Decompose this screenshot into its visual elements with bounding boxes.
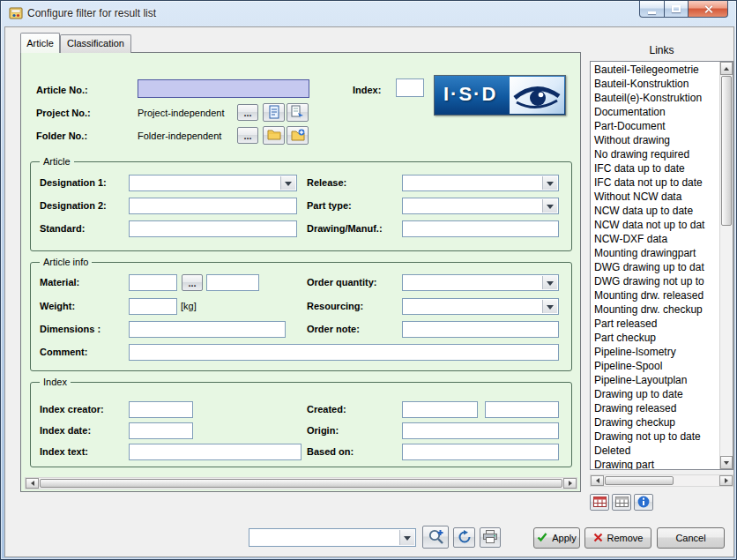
list-item[interactable]: Pipeline-Layoutplan <box>592 373 718 387</box>
tab-classification[interactable]: Classification <box>60 34 131 53</box>
list-item[interactable]: Pipeline-Isometry <box>592 345 718 359</box>
folder-select-button[interactable] <box>287 126 309 145</box>
list-item[interactable]: Part checkup <box>592 331 718 345</box>
project-info-button[interactable] <box>263 103 285 122</box>
window-title: Configure filter for result list <box>27 1 156 26</box>
apply-button[interactable]: Apply <box>533 527 580 549</box>
list-item[interactable]: Pipeline-Spool <box>592 359 718 373</box>
scroll-left-button[interactable] <box>591 475 604 486</box>
material-browse-button[interactable]: ... <box>182 274 203 291</box>
list-item[interactable]: DWG drawing not up to <box>592 274 718 288</box>
list-item[interactable]: NCW data up to date <box>592 204 718 218</box>
scroll-left-button[interactable] <box>26 478 39 489</box>
tab-article[interactable]: Article <box>20 33 60 53</box>
remove-button[interactable]: Remove <box>584 527 651 549</box>
list-item[interactable]: NCW data not up to dat <box>592 218 718 232</box>
project-no-value: Project-independent <box>138 108 224 118</box>
index-creator-input[interactable] <box>129 401 193 418</box>
index-text-input[interactable] <box>129 444 302 460</box>
info-button[interactable] <box>634 494 653 511</box>
list-item[interactable]: Mounting drw. released <box>592 288 718 302</box>
cancel-button-label: Cancel <box>675 533 705 543</box>
minimize-button[interactable] <box>639 1 665 18</box>
project-browse-button[interactable]: ... <box>237 104 258 121</box>
order-note-input[interactable] <box>402 321 559 338</box>
titlebar[interactable]: Configure filter for result list <box>1 1 736 26</box>
search-filter-button[interactable] <box>422 526 449 549</box>
list-item[interactable]: Part released <box>592 317 718 331</box>
main-horizontal-scrollbar[interactable] <box>25 477 577 489</box>
based-on-input[interactable] <box>402 444 559 460</box>
main-scrollbar-thumb[interactable] <box>40 479 562 488</box>
list-item[interactable]: Drawing part <box>592 458 718 469</box>
material-input-2[interactable] <box>206 274 259 291</box>
list-item[interactable]: Drawing up to date <box>592 387 718 401</box>
print-button[interactable] <box>480 527 501 548</box>
maximize-button[interactable] <box>665 1 689 18</box>
part-type-combo[interactable] <box>402 198 559 214</box>
list-item[interactable]: Without NCW data <box>592 190 718 204</box>
order-quantity-label: Order quantity: <box>307 277 376 287</box>
drawing-manuf-input[interactable] <box>402 220 559 237</box>
list-item[interactable]: Documentation <box>592 105 718 119</box>
list-item[interactable]: Drawing released <box>592 401 718 415</box>
list-item[interactable]: IFC data up to date <box>592 161 718 175</box>
list-item[interactable]: Bauteil-Konstruktion <box>592 77 718 91</box>
table-gray-icon <box>615 497 629 509</box>
links-vertical-scrollbar[interactable] <box>719 62 733 469</box>
release-combo[interactable] <box>402 175 559 191</box>
list-item[interactable]: Part-Document <box>592 119 718 133</box>
scroll-right-button[interactable] <box>719 475 733 486</box>
list-item[interactable]: NCW-DXF data <box>592 232 718 246</box>
cancel-button[interactable]: Cancel <box>657 527 725 549</box>
list-item[interactable]: Bauteil-Teilegeometrie <box>592 63 718 77</box>
weight-label: Weight: <box>40 301 75 311</box>
view-table-gray-button[interactable] <box>612 494 631 511</box>
list-item[interactable]: Mounting drw. checkup <box>592 302 718 317</box>
list-item[interactable]: Bauteil(e)-Konstruktion <box>592 91 718 105</box>
order-quantity-combo[interactable] <box>402 274 559 291</box>
list-item[interactable]: DWG drawing up to dat <box>592 260 718 274</box>
index-text-label: Index text: <box>40 446 88 457</box>
material-input-1[interactable] <box>129 274 177 291</box>
folder-browse-button[interactable]: ... <box>237 127 258 144</box>
list-item[interactable]: Deleted <box>592 444 718 458</box>
view-table-red-button[interactable] <box>590 494 609 511</box>
scroll-right-button[interactable] <box>563 478 577 489</box>
links-horizontal-scrollbar[interactable] <box>590 474 733 487</box>
resourcing-combo[interactable] <box>402 298 559 315</box>
list-item[interactable]: Mounting drawingpart <box>592 246 718 260</box>
list-item[interactable]: No drawing required <box>592 147 718 161</box>
tab-article-label: Article <box>21 34 59 53</box>
scroll-left-icon <box>31 481 34 486</box>
comment-input[interactable] <box>129 344 559 361</box>
tab-classification-label: Classification <box>61 35 130 52</box>
created-input-2[interactable] <box>485 401 559 418</box>
project-select-button[interactable] <box>287 103 309 122</box>
folder-open-button[interactable] <box>263 126 285 145</box>
links-hscrollbar-thumb[interactable] <box>605 476 674 485</box>
scroll-up-button[interactable] <box>720 62 733 75</box>
links-scrollbar-thumb[interactable] <box>721 76 732 226</box>
designation2-input[interactable] <box>129 198 297 214</box>
article-no-input[interactable] <box>138 79 309 98</box>
dimensions-input[interactable] <box>129 321 286 338</box>
saved-filter-combo[interactable] <box>249 528 416 547</box>
index-input[interactable] <box>396 78 424 97</box>
standard-input[interactable] <box>129 220 297 237</box>
list-item[interactable]: IFC data not up to date <box>592 175 718 190</box>
designation1-combo[interactable] <box>129 175 297 191</box>
weight-input[interactable] <box>129 298 177 315</box>
origin-input[interactable] <box>402 422 559 439</box>
list-item[interactable]: Drawing not up to date <box>592 429 718 444</box>
article-group-title: Article <box>40 156 74 167</box>
standard-label: Standard: <box>40 223 85 234</box>
list-item[interactable]: Without drawing <box>592 133 718 147</box>
created-input-1[interactable] <box>402 401 478 418</box>
article-info-group-title: Article info <box>40 257 92 267</box>
index-date-input[interactable] <box>129 422 193 439</box>
list-item[interactable]: Drawing checkup <box>592 415 718 429</box>
refresh-button[interactable] <box>453 527 475 548</box>
close-button[interactable] <box>689 1 728 18</box>
scroll-down-button[interactable] <box>720 456 733 469</box>
